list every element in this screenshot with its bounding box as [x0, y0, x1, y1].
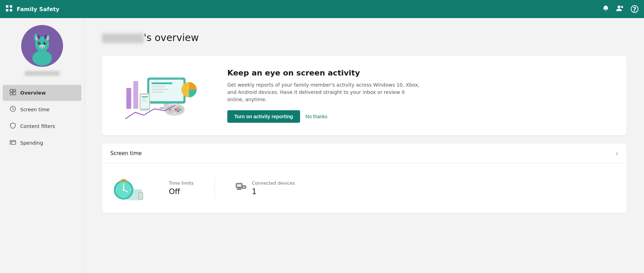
sidebar-item-overview[interactable]: Overview [3, 85, 81, 101]
svg-rect-73 [237, 184, 242, 187]
svg-point-15 [44, 42, 46, 45]
svg-point-19 [40, 46, 42, 48]
svg-rect-38 [151, 86, 165, 87]
svg-rect-59 [139, 193, 142, 199]
sidebar-item-screen-time[interactable]: Screen time [3, 102, 81, 118]
content-area: 's overview [85, 18, 644, 273]
shield-icon [10, 122, 16, 130]
topbar-actions: ? [602, 5, 638, 13]
spending-icon [10, 139, 16, 147]
no-thanks-button[interactable]: No thanks [306, 114, 328, 119]
svg-rect-3 [10, 9, 12, 11]
svg-rect-28 [10, 140, 16, 144]
svg-point-16 [39, 42, 40, 43]
svg-rect-45 [142, 101, 147, 102]
connected-devices-label: Connected devices [252, 180, 295, 186]
svg-rect-0 [6, 5, 8, 8]
svg-rect-2 [6, 9, 8, 11]
svg-rect-37 [151, 82, 172, 84]
people-icon[interactable] [616, 5, 624, 13]
vertical-divider [214, 178, 215, 199]
svg-rect-1 [10, 5, 12, 8]
svg-rect-39 [151, 89, 169, 90]
svg-point-29 [11, 143, 12, 143]
svg-point-55 [175, 109, 177, 111]
activity-text: Keep an eye on screen activity Get weekl… [227, 69, 613, 123]
svg-point-14 [38, 42, 41, 45]
svg-point-67 [125, 180, 127, 182]
svg-point-68 [123, 183, 124, 184]
time-limits-label: Time limits [169, 180, 194, 186]
nav-list: Overview Screen time Content filters [0, 84, 84, 152]
svg-rect-75 [237, 189, 241, 190]
svg-rect-40 [151, 91, 164, 93]
svg-rect-30 [126, 88, 131, 109]
screen-time-header[interactable]: Screen time › [102, 144, 627, 163]
bell-icon[interactable] [602, 5, 609, 13]
svg-rect-77 [242, 186, 245, 188]
svg-point-70 [116, 190, 117, 191]
sidebar-item-content-filters[interactable]: Content filters [3, 118, 81, 134]
activity-actions: Turn on activity reporting No thanks [227, 110, 613, 123]
svg-point-65 [123, 189, 125, 191]
screen-time-header-title: Screen time [110, 150, 142, 156]
spending-label: Spending [20, 140, 43, 146]
main-layout: Overview Screen time Content filters [0, 18, 644, 273]
screen-time-card: Screen time › [102, 144, 627, 213]
overview-icon [10, 89, 16, 97]
username-blur [25, 71, 60, 76]
activity-description: Get weekly reports of your family member… [227, 81, 422, 103]
connected-devices-group: Connected devices 1 [236, 180, 295, 196]
svg-rect-31 [133, 81, 138, 109]
svg-point-4 [618, 6, 620, 8]
svg-point-18 [39, 45, 45, 48]
clock-icon [10, 106, 16, 113]
svg-rect-26 [13, 92, 16, 95]
page-title: 's overview [102, 32, 627, 43]
username-display [102, 33, 144, 43]
time-limits-value: Off [169, 187, 194, 196]
help-icon[interactable]: ? [631, 5, 638, 13]
content-filters-label: Content filters [20, 123, 55, 129]
screen-time-label: Screen time [20, 107, 49, 112]
connected-devices-stat: Connected devices 1 [252, 180, 295, 196]
turn-on-activity-button[interactable]: Turn on activity reporting [227, 110, 300, 123]
svg-point-20 [42, 46, 44, 48]
sidebar-item-spending[interactable]: Spending [3, 135, 81, 151]
svg-rect-43 [142, 96, 148, 97]
svg-rect-24 [13, 89, 16, 91]
svg-point-52 [177, 107, 179, 109]
chevron-right-icon: › [615, 149, 618, 158]
activity-heading: Keep an eye on screen activity [227, 69, 613, 77]
activity-illustration [116, 67, 206, 124]
svg-point-54 [177, 110, 179, 112]
clock-illustration [113, 172, 148, 204]
svg-point-17 [45, 42, 46, 43]
svg-rect-44 [142, 98, 146, 99]
time-limits-group: Time limits Off [169, 180, 194, 196]
connected-devices-value: 1 [252, 187, 295, 196]
svg-rect-23 [10, 89, 13, 92]
svg-point-71 [130, 190, 131, 191]
svg-rect-25 [10, 93, 13, 95]
sidebar: Overview Screen time Content filters [0, 18, 85, 273]
avatar [21, 25, 63, 67]
overview-label: Overview [20, 90, 46, 96]
svg-point-69 [123, 196, 124, 198]
svg-point-53 [179, 109, 181, 111]
svg-point-5 [621, 6, 623, 8]
screen-time-body: Time limits Off [102, 163, 627, 213]
app-title: Family Safety [17, 6, 598, 13]
devices-icon [236, 183, 246, 193]
activity-card: Keep an eye on screen activity Get weekl… [102, 56, 627, 135]
grid-icon[interactable] [6, 5, 13, 13]
topbar: Family Safety ? [0, 0, 644, 18]
svg-point-66 [120, 180, 122, 182]
